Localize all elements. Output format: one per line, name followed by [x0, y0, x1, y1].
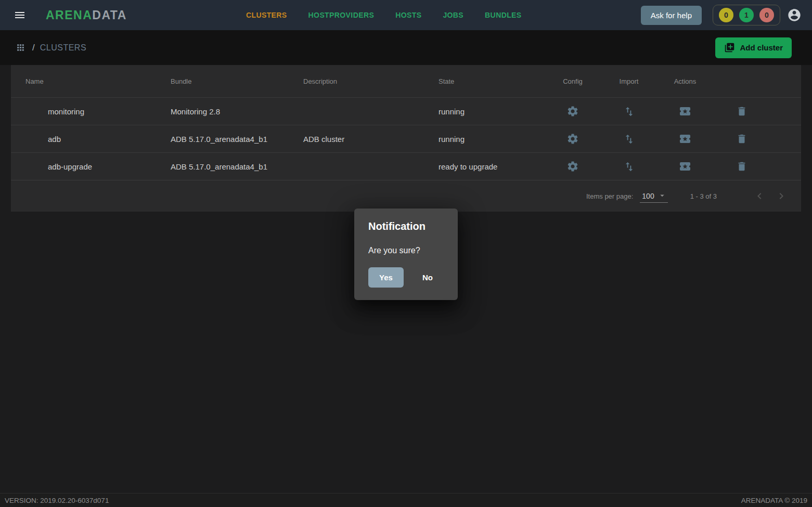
dialog-actions: Yes No — [368, 267, 445, 288]
notification-dialog: Notification Are you sure? Yes No — [354, 209, 458, 300]
actions-ticket-star-icon[interactable] — [657, 133, 713, 145]
footer: VERSION: 2019.02.20-6037d071 ARENADATA ©… — [0, 493, 812, 507]
breadcrumb-bar: / CLUSTERS Add cluster — [0, 30, 812, 65]
add-cluster-label: Add cluster — [740, 43, 783, 52]
user-avatar-icon[interactable] — [787, 8, 802, 22]
breadcrumb-separator: / — [32, 43, 35, 53]
cluster-state: running — [428, 135, 545, 144]
import-export-icon[interactable] — [601, 133, 657, 145]
copyright-label: ARENADATA © 2019 — [741, 497, 807, 504]
jobs-badge-green[interactable]: 1 — [739, 8, 754, 22]
cluster-name[interactable]: adb — [11, 135, 160, 144]
ask-for-help-button[interactable]: Ask for help — [641, 6, 702, 25]
add-cluster-button[interactable]: Add cluster — [715, 37, 792, 58]
top-navbar: ARENADATA CLUSTERS HOSTPROVIDERS HOSTS J… — [0, 0, 812, 30]
actions-ticket-star-icon[interactable] — [657, 160, 713, 173]
library-add-icon — [724, 42, 735, 53]
trash-icon[interactable] — [713, 161, 770, 172]
hamburger-menu-button[interactable] — [8, 4, 31, 27]
cluster-state: running — [428, 107, 545, 116]
import-export-icon[interactable] — [601, 161, 657, 173]
cluster-description: ADB cluster — [293, 135, 428, 144]
breadcrumb-current: CLUSTERS — [40, 43, 86, 53]
clusters-table: Name Bundle Description State Config Imp… — [11, 65, 801, 212]
cluster-bundle: ADB 5.17.0_arenadata4_b1 — [160, 135, 293, 144]
chevron-down-icon — [658, 191, 667, 200]
arenadata-logo: ARENADATA — [46, 8, 127, 22]
hamburger-icon — [14, 9, 26, 21]
dialog-title: Notification — [368, 220, 445, 232]
page-size-value: 100 — [642, 192, 654, 200]
cluster-name[interactable]: monitoring — [11, 107, 160, 116]
col-header-actions: Actions — [657, 77, 713, 85]
config-gear-icon[interactable] — [545, 160, 601, 173]
table-row[interactable]: adb ADB 5.17.0_arenadata4_b1 ADB cluster… — [11, 125, 801, 152]
cluster-bundle: Monitoring 2.8 — [160, 107, 293, 116]
table-paginator: Items per page: 100 1 - 3 of 3 — [11, 180, 801, 212]
logo-part-data: DATA — [92, 8, 126, 22]
items-per-page-label: Items per page: — [586, 192, 633, 200]
page-range-label: 1 - 3 of 3 — [690, 192, 717, 200]
main-nav: CLUSTERS HOSTPROVIDERS HOSTS JOBS BUNDLE… — [246, 11, 522, 19]
jobs-badge-red[interactable]: 0 — [759, 8, 774, 22]
trash-icon[interactable] — [713, 133, 770, 145]
col-header-bundle: Bundle — [160, 77, 293, 85]
nav-clusters[interactable]: CLUSTERS — [246, 11, 287, 19]
next-page-button[interactable] — [775, 190, 788, 202]
actions-ticket-star-icon[interactable] — [657, 105, 713, 118]
nav-bundles[interactable]: BUNDLES — [485, 11, 521, 19]
cluster-name[interactable]: adb-upgrade — [11, 162, 160, 171]
table-row[interactable]: adb-upgrade ADB 5.17.0_arenadata4_b1 rea… — [11, 152, 801, 180]
col-header-description: Description — [293, 77, 428, 85]
logo-part-arena: ARENA — [46, 8, 92, 22]
previous-page-button[interactable] — [753, 190, 766, 202]
jobs-badge-yellow[interactable]: 0 — [719, 8, 733, 22]
page-size-select[interactable]: 100 — [640, 190, 667, 203]
cluster-bundle: ADB 5.17.0_arenadata4_b1 — [160, 162, 293, 171]
yes-button[interactable]: Yes — [368, 267, 404, 288]
col-header-import: Import — [601, 77, 657, 85]
col-header-name: Name — [11, 77, 160, 85]
table-row[interactable]: monitoring Monitoring 2.8 running — [11, 97, 801, 125]
apps-grid-icon[interactable] — [16, 43, 25, 53]
dialog-message: Are you sure? — [368, 246, 445, 255]
config-gear-icon[interactable] — [545, 133, 601, 145]
table-header-row: Name Bundle Description State Config Imp… — [11, 65, 801, 97]
version-label: VERSION: 2019.02.20-6037d071 — [5, 497, 109, 504]
cluster-state: ready to upgrade — [428, 162, 545, 171]
trash-icon[interactable] — [713, 106, 770, 117]
import-export-icon[interactable] — [601, 106, 657, 118]
col-header-config: Config — [545, 77, 601, 85]
nav-hostproviders[interactable]: HOSTPROVIDERS — [308, 11, 375, 19]
job-status-badges: 0 1 0 — [713, 5, 780, 25]
nav-hosts[interactable]: HOSTS — [395, 11, 421, 19]
col-header-state: State — [428, 77, 545, 85]
config-gear-icon[interactable] — [545, 105, 601, 118]
no-button[interactable]: No — [416, 267, 440, 288]
nav-jobs[interactable]: JOBS — [443, 11, 463, 19]
